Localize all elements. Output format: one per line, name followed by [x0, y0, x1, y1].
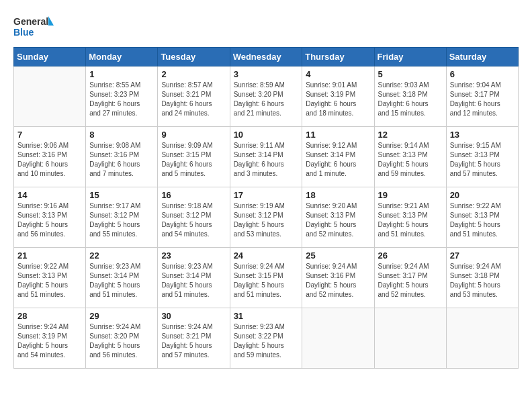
day-number: 30	[161, 311, 226, 321]
weekday-header-sunday: Sunday	[14, 48, 86, 66]
week-row-4: 21Sunrise: 9:22 AMSunset: 3:13 PMDayligh…	[14, 248, 519, 308]
day-info: Sunrise: 9:01 AMSunset: 3:19 PMDaylight:…	[306, 81, 370, 118]
day-info: Sunrise: 9:24 AMSunset: 3:21 PMDaylight:…	[161, 322, 226, 360]
week-row-5: 28Sunrise: 9:24 AMSunset: 3:19 PMDayligh…	[14, 308, 519, 369]
day-cell	[374, 308, 446, 369]
day-cell: 16Sunrise: 9:18 AMSunset: 3:12 PMDayligh…	[158, 187, 230, 248]
day-info: Sunrise: 9:06 AMSunset: 3:16 PMDaylight:…	[17, 141, 82, 179]
day-info: Sunrise: 9:04 AMSunset: 3:17 PMDaylight:…	[450, 81, 515, 118]
day-number: 19	[378, 190, 443, 200]
day-cell: 3Sunrise: 8:59 AMSunset: 3:20 PMDaylight…	[230, 66, 302, 127]
day-info: Sunrise: 9:15 AMSunset: 3:13 PMDaylight:…	[450, 141, 515, 179]
day-info: Sunrise: 9:09 AMSunset: 3:15 PMDaylight:…	[161, 141, 226, 179]
day-cell: 15Sunrise: 9:17 AMSunset: 3:12 PMDayligh…	[86, 187, 158, 248]
day-number: 25	[306, 250, 370, 261]
week-row-3: 14Sunrise: 9:16 AMSunset: 3:13 PMDayligh…	[14, 187, 519, 248]
day-info: Sunrise: 9:24 AMSunset: 3:16 PMDaylight:…	[306, 262, 370, 300]
day-cell: 8Sunrise: 9:08 AMSunset: 3:16 PMDaylight…	[86, 127, 158, 187]
day-number: 6	[450, 69, 515, 79]
day-info: Sunrise: 9:23 AMSunset: 3:14 PMDaylight:…	[161, 262, 226, 300]
day-number: 21	[17, 250, 82, 261]
day-number: 13	[450, 130, 515, 140]
day-number: 23	[161, 250, 226, 261]
day-info: Sunrise: 9:23 AMSunset: 3:14 PMDaylight:…	[89, 262, 154, 300]
day-cell: 2Sunrise: 8:57 AMSunset: 3:21 PMDaylight…	[158, 66, 230, 127]
day-info: Sunrise: 9:03 AMSunset: 3:18 PMDaylight:…	[378, 81, 443, 118]
day-info: Sunrise: 9:17 AMSunset: 3:12 PMDaylight:…	[89, 201, 154, 239]
day-info: Sunrise: 9:24 AMSunset: 3:18 PMDaylight:…	[450, 262, 515, 300]
day-number: 20	[450, 190, 515, 200]
weekday-header-tuesday: Tuesday	[158, 48, 230, 66]
day-number: 4	[306, 69, 370, 79]
day-info: Sunrise: 9:19 AMSunset: 3:12 PMDaylight:…	[234, 201, 299, 239]
day-number: 12	[378, 130, 443, 140]
day-info: Sunrise: 9:08 AMSunset: 3:16 PMDaylight:…	[89, 141, 154, 179]
week-row-2: 7Sunrise: 9:06 AMSunset: 3:16 PMDaylight…	[14, 127, 519, 187]
day-number: 1	[89, 69, 154, 79]
day-cell: 23Sunrise: 9:23 AMSunset: 3:14 PMDayligh…	[158, 248, 230, 308]
day-cell: 18Sunrise: 9:20 AMSunset: 3:13 PMDayligh…	[302, 187, 374, 248]
day-cell: 29Sunrise: 9:24 AMSunset: 3:20 PMDayligh…	[86, 308, 158, 369]
day-cell: 22Sunrise: 9:23 AMSunset: 3:14 PMDayligh…	[86, 248, 158, 308]
day-info: Sunrise: 9:24 AMSunset: 3:19 PMDaylight:…	[17, 322, 82, 360]
day-cell: 28Sunrise: 9:24 AMSunset: 3:19 PMDayligh…	[14, 308, 86, 369]
day-cell	[14, 66, 86, 127]
day-number: 29	[89, 311, 154, 321]
day-cell: 1Sunrise: 8:55 AMSunset: 3:23 PMDaylight…	[86, 66, 158, 127]
svg-marker-2	[48, 16, 54, 26]
day-info: Sunrise: 9:24 AMSunset: 3:20 PMDaylight:…	[89, 322, 154, 360]
weekday-header-row: SundayMondayTuesdayWednesdayThursdayFrid…	[14, 48, 519, 66]
day-info: Sunrise: 8:55 AMSunset: 3:23 PMDaylight:…	[89, 81, 154, 118]
day-info: Sunrise: 8:57 AMSunset: 3:21 PMDaylight:…	[161, 81, 226, 118]
day-info: Sunrise: 9:22 AMSunset: 3:13 PMDaylight:…	[450, 201, 515, 239]
weekday-header-monday: Monday	[86, 48, 158, 66]
day-number: 15	[89, 190, 154, 200]
day-cell	[302, 308, 374, 369]
day-number: 16	[161, 190, 226, 200]
day-cell: 9Sunrise: 9:09 AMSunset: 3:15 PMDaylight…	[158, 127, 230, 187]
svg-text:General: General	[13, 16, 48, 27]
day-info: Sunrise: 9:22 AMSunset: 3:13 PMDaylight:…	[17, 262, 82, 300]
day-cell: 30Sunrise: 9:24 AMSunset: 3:21 PMDayligh…	[158, 308, 230, 369]
day-number: 2	[161, 69, 226, 79]
day-info: Sunrise: 9:24 AMSunset: 3:15 PMDaylight:…	[234, 262, 299, 300]
day-cell: 12Sunrise: 9:14 AMSunset: 3:13 PMDayligh…	[374, 127, 446, 187]
weekday-header-saturday: Saturday	[446, 48, 518, 66]
day-number: 10	[234, 130, 299, 140]
day-number: 26	[378, 250, 443, 261]
day-info: Sunrise: 9:18 AMSunset: 3:12 PMDaylight:…	[161, 201, 226, 239]
day-info: Sunrise: 8:59 AMSunset: 3:20 PMDaylight:…	[234, 81, 299, 118]
svg-text:Blue: Blue	[13, 27, 34, 38]
day-cell: 4Sunrise: 9:01 AMSunset: 3:19 PMDaylight…	[302, 66, 374, 127]
day-info: Sunrise: 9:21 AMSunset: 3:13 PMDaylight:…	[378, 201, 443, 239]
day-cell: 20Sunrise: 9:22 AMSunset: 3:13 PMDayligh…	[446, 187, 518, 248]
day-number: 17	[234, 190, 299, 200]
day-info: Sunrise: 9:14 AMSunset: 3:13 PMDaylight:…	[378, 141, 443, 179]
day-number: 7	[17, 130, 82, 140]
day-number: 28	[17, 311, 82, 321]
day-number: 31	[234, 311, 299, 321]
day-cell: 11Sunrise: 9:12 AMSunset: 3:14 PMDayligh…	[302, 127, 374, 187]
day-cell: 26Sunrise: 9:24 AMSunset: 3:17 PMDayligh…	[374, 248, 446, 308]
page-header: General Blue	[13, 13, 519, 40]
day-number: 3	[234, 69, 299, 79]
day-number: 18	[306, 190, 370, 200]
logo-svg: General Blue	[13, 13, 54, 40]
day-number: 27	[450, 250, 515, 261]
day-info: Sunrise: 9:23 AMSunset: 3:22 PMDaylight:…	[234, 322, 299, 360]
day-cell: 7Sunrise: 9:06 AMSunset: 3:16 PMDaylight…	[14, 127, 86, 187]
day-cell: 19Sunrise: 9:21 AMSunset: 3:13 PMDayligh…	[374, 187, 446, 248]
calendar-table: SundayMondayTuesdayWednesdayThursdayFrid…	[13, 47, 519, 369]
day-cell: 25Sunrise: 9:24 AMSunset: 3:16 PMDayligh…	[302, 248, 374, 308]
weekday-header-wednesday: Wednesday	[230, 48, 302, 66]
day-cell: 10Sunrise: 9:11 AMSunset: 3:14 PMDayligh…	[230, 127, 302, 187]
day-number: 22	[89, 250, 154, 261]
day-info: Sunrise: 9:12 AMSunset: 3:14 PMDaylight:…	[306, 141, 370, 179]
day-cell: 13Sunrise: 9:15 AMSunset: 3:13 PMDayligh…	[446, 127, 518, 187]
day-info: Sunrise: 9:20 AMSunset: 3:13 PMDaylight:…	[306, 201, 370, 239]
day-number: 11	[306, 130, 370, 140]
day-cell: 6Sunrise: 9:04 AMSunset: 3:17 PMDaylight…	[446, 66, 518, 127]
day-info: Sunrise: 9:11 AMSunset: 3:14 PMDaylight:…	[234, 141, 299, 179]
day-number: 14	[17, 190, 82, 200]
day-info: Sunrise: 9:16 AMSunset: 3:13 PMDaylight:…	[17, 201, 82, 239]
